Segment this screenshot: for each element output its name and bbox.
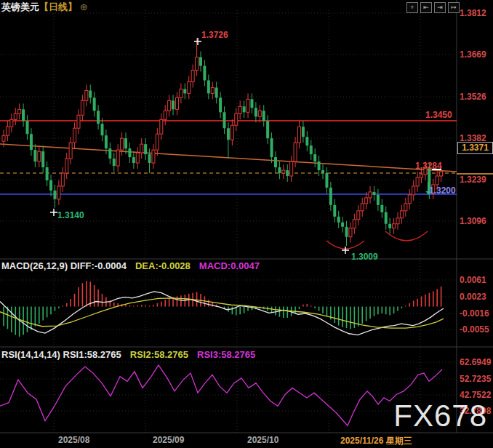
last-price-box: 1.3371 xyxy=(457,142,493,154)
macd-dea-line xyxy=(0,298,444,328)
gridlines xyxy=(0,10,457,433)
add-indicator-icon[interactable]: ⊕ xyxy=(80,1,88,12)
date-label: 2025/08 xyxy=(58,435,89,445)
date-label: 2025/09 xyxy=(153,435,184,445)
chart-canvas[interactable] xyxy=(0,0,493,448)
instrument-name: 英镑美元 xyxy=(1,1,39,12)
macd-header: MACD(26,12,9) DIFF:-0.0004DEA:-0.0028MAC… xyxy=(1,260,268,271)
drawn-arcs[interactable] xyxy=(326,231,428,249)
timeframe-label: 【日线】 xyxy=(39,1,77,12)
date-axis[interactable]: 2025/082025/092025/102025/11/26 星期三 xyxy=(0,433,493,448)
rsi2-value: RSI2:58.2765 xyxy=(130,349,188,360)
macd-dea-value: DEA:-0.0028 xyxy=(135,260,191,271)
instrument-title: 英镑美元【日线】 ⊕ xyxy=(1,1,88,14)
date-label: 2025/11/26 星期三 xyxy=(340,435,412,447)
panel-separators xyxy=(0,0,493,433)
chart-window: 1.38121.36691.35261.33821.32391.30960.00… xyxy=(0,0,493,448)
swing-markers xyxy=(50,38,441,254)
rsi-header: RSI(14,14,14) RSI1:58.2765RSI2:58.2765RS… xyxy=(1,349,264,360)
candlestick-series[interactable] xyxy=(2,38,443,246)
pan-crosshair-icon[interactable]: + xyxy=(406,2,418,13)
extend-right-icon[interactable]: ↦ xyxy=(448,2,460,13)
rsi3-value: RSI3:58.2765 xyxy=(197,349,255,360)
fx678-watermark: FX678 xyxy=(393,399,487,433)
date-label: 2025/10 xyxy=(247,435,278,445)
chart-toolbar: +⇤⇥↦ xyxy=(406,2,460,13)
rsi-line xyxy=(0,365,442,425)
rsi1-value: RSI(14,14,14) RSI1:58.2765 xyxy=(1,349,121,360)
scale-axis-left-icon[interactable]: ⇤ xyxy=(420,2,432,13)
scale-axis-right-icon[interactable]: ⇥ xyxy=(434,2,446,13)
macd-value: MACD:0.0047 xyxy=(199,260,260,271)
macd-histogram[interactable] xyxy=(4,281,441,337)
macd-params-diff: MACD(26,12,9) DIFF:-0.0004 xyxy=(1,260,127,271)
